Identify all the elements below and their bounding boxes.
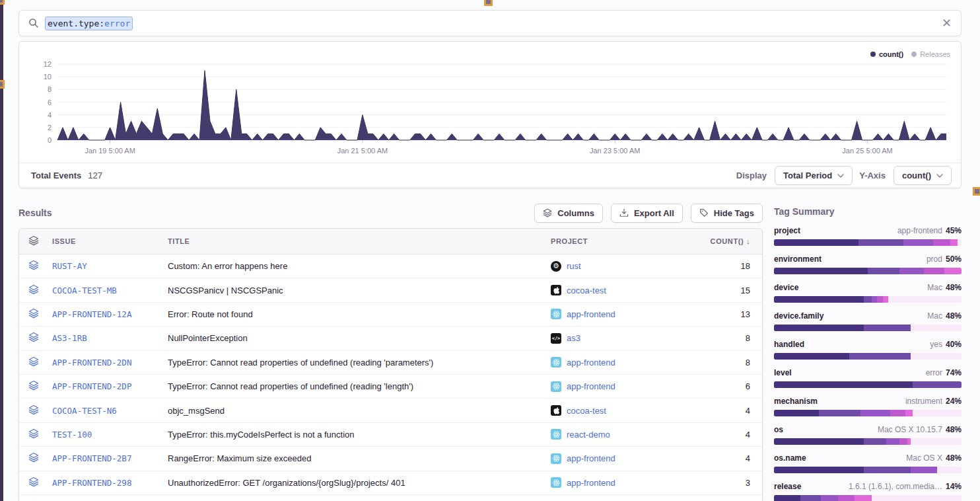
tag-bar-segment[interactable] <box>886 438 899 445</box>
table-row[interactable]: COCOA-TEST-MB NSCGSPanicv | NSCGSPanic c… <box>19 278 762 302</box>
tag-row[interactable]: device.family Mac 48% <box>774 311 962 331</box>
project-link[interactable]: app-frontend <box>567 309 615 319</box>
table-row[interactable]: AS3-1RB NullPointerException </>as3 8 <box>19 327 762 350</box>
issue-link[interactable]: APP-FRONTEND-2B7 <box>52 453 168 463</box>
tag-bar-segment[interactable] <box>838 495 855 501</box>
tag-bar-segment[interactable] <box>905 410 913 416</box>
selection-handle[interactable] <box>484 0 493 6</box>
selection-handle[interactable] <box>0 80 5 89</box>
tag-bar-segment[interactable] <box>899 268 924 274</box>
tag-distribution-bar[interactable] <box>774 410 962 416</box>
tag-row[interactable]: release 1.6.1 (1.6.1), com.media… 14% <box>774 482 962 501</box>
tag-distribution-bar[interactable] <box>774 239 962 246</box>
tag-bar-segment[interactable] <box>883 296 889 303</box>
tag-distribution-bar[interactable] <box>774 268 962 274</box>
tag-bar-segment[interactable] <box>911 325 962 331</box>
tag-bar-segment[interactable] <box>864 325 911 331</box>
tag-bar-segment[interactable] <box>774 381 913 388</box>
project-link[interactable]: react-demo <box>567 430 610 440</box>
tag-bar-segment[interactable] <box>888 296 962 303</box>
tag-bar-segment[interactable] <box>849 353 911 360</box>
tag-bar-segment[interactable] <box>858 239 903 246</box>
tag-bar-segment[interactable] <box>774 296 864 303</box>
table-row[interactable]: APP-FRONTEND-12A Error: Route not found … <box>19 303 762 327</box>
yaxis-dropdown[interactable]: count() <box>893 166 952 185</box>
tag-row[interactable]: environment prod 50% <box>774 254 962 274</box>
tag-bar-segment[interactable] <box>937 467 962 473</box>
table-row[interactable]: APP-FRONTEND-2B7 RangeError: Maximum siz… <box>19 447 762 471</box>
tag-bar-segment[interactable] <box>774 325 864 331</box>
tag-bar-segment[interactable] <box>821 495 838 501</box>
table-row[interactable]: COCOA-TEST-N6 objc_msgSend cocoa-test 4 <box>19 399 762 422</box>
issue-link[interactable]: COCOA-TEST-N6 <box>52 406 168 416</box>
tag-bar-segment[interactable] <box>913 381 962 388</box>
tag-bar-segment[interactable] <box>877 296 883 303</box>
table-row[interactable]: APP-FRONTEND-298 UnauthorizedError: GET … <box>19 471 762 495</box>
column-header-issue[interactable]: ISSUE <box>52 237 168 245</box>
tag-bar-segment[interactable] <box>924 268 944 274</box>
table-row[interactable]: APP-FRONTEND-2DN TypeError: Cannot read … <box>19 351 762 375</box>
project-link[interactable]: cocoa-test <box>567 406 606 416</box>
tag-distribution-bar[interactable] <box>774 467 962 473</box>
table-row[interactable]: TEST-100 TypeError: this.myCodeIsPerfect… <box>19 423 762 447</box>
tag-bar-segment[interactable] <box>958 239 962 246</box>
tag-bar-segment[interactable] <box>774 467 864 473</box>
tag-bar-segment[interactable] <box>860 410 890 416</box>
issue-link[interactable]: AS3-1RB <box>52 333 168 343</box>
selection-handle[interactable] <box>973 187 980 196</box>
tag-row[interactable]: level error 74% <box>774 368 962 388</box>
tag-row[interactable]: mechanism instrument 24% <box>774 397 962 416</box>
tag-distribution-bar[interactable] <box>774 353 962 360</box>
tag-distribution-bar[interactable] <box>774 495 962 501</box>
table-row[interactable] <box>19 495 762 501</box>
tag-bar-segment[interactable] <box>903 239 933 246</box>
tag-bar-segment[interactable] <box>872 296 878 303</box>
tag-bar-segment[interactable] <box>800 495 821 501</box>
tag-bar-segment[interactable] <box>868 268 899 274</box>
tag-row[interactable]: handled yes 40% <box>774 340 962 360</box>
column-header-count[interactable]: COUNT() ↓ <box>691 237 750 245</box>
issue-link[interactable]: TEST-100 <box>52 430 168 440</box>
tag-distribution-bar[interactable] <box>774 296 962 303</box>
tag-distribution-bar[interactable] <box>774 438 962 445</box>
tag-distribution-bar[interactable] <box>774 381 962 388</box>
tag-bar-segment[interactable] <box>864 296 871 303</box>
display-dropdown[interactable]: Total Period <box>775 166 853 185</box>
table-row[interactable]: RUST-AY Custom: An error happens here ⚙r… <box>19 254 762 278</box>
tag-bar-segment[interactable] <box>913 410 962 416</box>
project-link[interactable]: app-frontend <box>567 358 615 367</box>
tag-bar-segment[interactable] <box>774 353 849 360</box>
tag-bar-segment[interactable] <box>855 495 872 501</box>
tag-bar-segment[interactable] <box>933 239 950 246</box>
tag-bar-segment[interactable] <box>911 467 937 473</box>
search-bar[interactable]: event.type:error ✕ <box>18 10 962 36</box>
tag-row[interactable]: project app-frontend 45% <box>774 226 962 246</box>
area-chart[interactable]: 024681012Jan 19 5:00 AMJan 21 5:00 AMJan… <box>27 42 954 163</box>
tag-row[interactable]: os.name Mac OS X 48% <box>774 453 962 473</box>
tag-bar-segment[interactable] <box>864 438 886 445</box>
tag-bar-segment[interactable] <box>774 410 819 416</box>
project-link[interactable]: app-frontend <box>567 478 615 488</box>
columns-button[interactable]: Columns <box>534 204 603 223</box>
project-link[interactable]: app-frontend <box>567 381 615 391</box>
tag-bar-segment[interactable] <box>774 495 800 501</box>
tag-bar-segment[interactable] <box>774 438 864 445</box>
selection-handle[interactable] <box>0 0 5 5</box>
tag-bar-segment[interactable] <box>774 268 868 274</box>
search-clear-icon[interactable]: ✕ <box>942 17 952 29</box>
tag-distribution-bar[interactable] <box>774 325 962 331</box>
table-row[interactable]: APP-FRONTEND-2DP TypeError: Cannot read … <box>19 375 762 399</box>
project-link[interactable]: app-frontend <box>567 453 615 463</box>
hide-tags-button[interactable]: Hide Tags <box>691 204 763 223</box>
tag-bar-segment[interactable] <box>950 239 958 246</box>
tag-bar-segment[interactable] <box>890 410 905 416</box>
issue-link[interactable]: APP-FRONTEND-2DP <box>52 381 168 391</box>
column-header-title[interactable]: TITLE <box>168 237 551 245</box>
issue-link[interactable]: APP-FRONTEND-2DN <box>52 358 168 367</box>
column-header-project[interactable]: PROJECT <box>551 237 691 245</box>
tag-bar-segment[interactable] <box>911 353 962 360</box>
issue-link[interactable]: COCOA-TEST-MB <box>52 286 168 295</box>
tag-bar-segment[interactable] <box>899 438 907 445</box>
project-link[interactable]: as3 <box>567 333 580 343</box>
issue-link[interactable]: APP-FRONTEND-298 <box>52 478 168 488</box>
